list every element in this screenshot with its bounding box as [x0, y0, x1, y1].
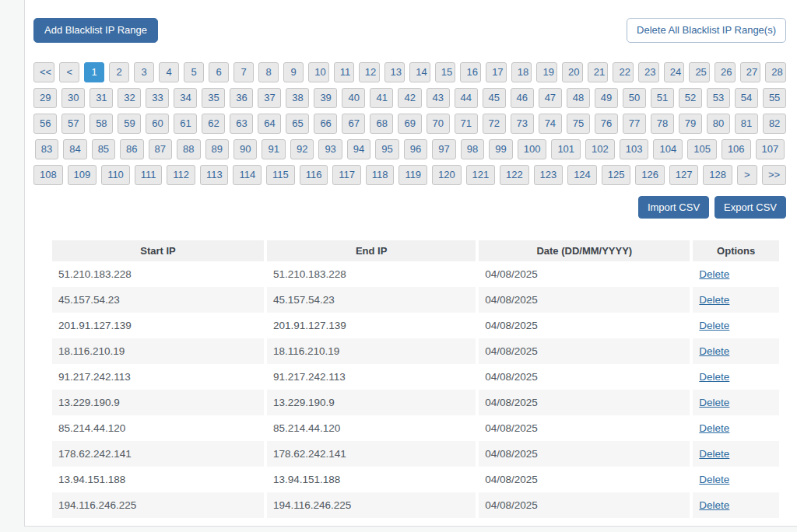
pagination-page-10[interactable]: 10: [308, 62, 329, 82]
pagination-page-115[interactable]: 115: [266, 165, 295, 185]
pagination-page-88[interactable]: 88: [177, 139, 200, 159]
pagination-page-42[interactable]: 42: [398, 88, 421, 108]
pagination-page-126[interactable]: 126: [635, 165, 665, 185]
pagination-page-84[interactable]: 84: [63, 139, 86, 159]
pagination-page-4[interactable]: 4: [159, 62, 179, 82]
pagination-page-37[interactable]: 37: [258, 88, 281, 108]
pagination-page-46[interactable]: 46: [511, 88, 534, 108]
pagination-page-34[interactable]: 34: [174, 88, 197, 108]
pagination-page-81[interactable]: 81: [735, 114, 758, 134]
pagination-page-9[interactable]: 9: [283, 62, 304, 82]
pagination-page-76[interactable]: 76: [595, 114, 618, 134]
delete-link[interactable]: Delete: [699, 448, 729, 460]
pagination-page-67[interactable]: 67: [342, 114, 365, 134]
pagination-page-14[interactable]: 14: [409, 62, 430, 82]
pagination-page-114[interactable]: 114: [233, 165, 262, 185]
pagination-page-85[interactable]: 85: [92, 139, 115, 159]
import-csv-button[interactable]: Import CSV: [638, 196, 709, 219]
pagination-page-122[interactable]: 122: [500, 165, 529, 185]
pagination-page-80[interactable]: 80: [707, 114, 730, 134]
pagination-page-99[interactable]: 99: [489, 139, 512, 159]
pagination-page-3[interactable]: 3: [134, 62, 154, 82]
pagination-page-66[interactable]: 66: [314, 114, 337, 134]
pagination-page-89[interactable]: 89: [205, 139, 229, 159]
pagination-page-72[interactable]: 72: [483, 114, 506, 134]
pagination-page-65[interactable]: 65: [286, 114, 309, 134]
pagination-page-30[interactable]: 30: [61, 88, 85, 108]
pagination-page-95[interactable]: 95: [375, 139, 398, 159]
pagination-page-124[interactable]: 124: [567, 165, 597, 185]
pagination-page-53[interactable]: 53: [707, 88, 730, 108]
pagination-page-75[interactable]: 75: [567, 114, 590, 134]
pagination-page-25[interactable]: 25: [689, 62, 710, 82]
pagination-page-52[interactable]: 52: [679, 88, 702, 108]
pagination-page-116[interactable]: 116: [300, 165, 328, 185]
pagination-page-1[interactable]: 1: [84, 62, 104, 82]
pagination-page-59[interactable]: 59: [118, 114, 141, 134]
pagination-page-111[interactable]: 111: [135, 165, 163, 185]
pagination-page-113[interactable]: 113: [200, 165, 229, 185]
pagination-page-26[interactable]: 26: [714, 62, 736, 82]
delete-link[interactable]: Delete: [699, 422, 729, 434]
pagination-page-86[interactable]: 86: [120, 139, 143, 159]
pagination-page-21[interactable]: 21: [588, 62, 609, 82]
pagination-page-93[interactable]: 93: [318, 139, 342, 159]
pagination-page-87[interactable]: 87: [149, 139, 172, 159]
pagination-page-103[interactable]: 103: [620, 139, 649, 159]
pagination-page-112[interactable]: 112: [167, 165, 195, 185]
pagination-page-106[interactable]: 106: [722, 139, 751, 159]
pagination-page-69[interactable]: 69: [398, 114, 421, 134]
pagination-page-125[interactable]: 125: [602, 165, 631, 185]
pagination-page-7[interactable]: 7: [233, 62, 254, 82]
pagination-page-110[interactable]: 110: [101, 165, 130, 185]
pagination-page-121[interactable]: 121: [466, 165, 496, 185]
pagination-page-68[interactable]: 68: [370, 114, 393, 134]
pagination-page-2[interactable]: 2: [109, 62, 129, 82]
pagination-page-49[interactable]: 49: [595, 88, 618, 108]
pagination-page-101[interactable]: 101: [551, 139, 581, 159]
pagination-page-13[interactable]: 13: [384, 62, 406, 82]
delete-link[interactable]: Delete: [699, 345, 729, 357]
pagination-page-64[interactable]: 64: [258, 114, 281, 134]
pagination-next[interactable]: >: [737, 165, 757, 185]
pagination-page-60[interactable]: 60: [146, 114, 169, 134]
pagination-page-61[interactable]: 61: [174, 114, 197, 134]
pagination-page-47[interactable]: 47: [539, 88, 562, 108]
pagination-page-63[interactable]: 63: [230, 114, 253, 134]
pagination-page-109[interactable]: 109: [68, 165, 97, 185]
pagination-page-123[interactable]: 123: [534, 165, 564, 185]
pagination-page-20[interactable]: 20: [562, 62, 583, 82]
pagination-page-28[interactable]: 28: [765, 62, 786, 82]
pagination-page-19[interactable]: 19: [536, 62, 557, 82]
pagination-page-50[interactable]: 50: [623, 88, 646, 108]
pagination-page-17[interactable]: 17: [486, 62, 507, 82]
pagination-page-15[interactable]: 15: [435, 62, 456, 82]
pagination-page-23[interactable]: 23: [638, 62, 659, 82]
pagination-page-54[interactable]: 54: [735, 88, 758, 108]
pagination-page-73[interactable]: 73: [511, 114, 534, 134]
delete-link[interactable]: Delete: [699, 320, 729, 331]
pagination-page-71[interactable]: 71: [455, 114, 478, 134]
pagination-page-74[interactable]: 74: [539, 114, 562, 134]
pagination-page-82[interactable]: 82: [763, 114, 786, 134]
pagination-page-78[interactable]: 78: [651, 114, 674, 134]
pagination-page-12[interactable]: 12: [359, 62, 380, 82]
pagination-page-127[interactable]: 127: [669, 165, 699, 185]
pagination-page-31[interactable]: 31: [90, 88, 113, 108]
pagination-page-40[interactable]: 40: [342, 88, 365, 108]
pagination-page-96[interactable]: 96: [404, 139, 427, 159]
pagination-page-39[interactable]: 39: [314, 88, 337, 108]
pagination-page-104[interactable]: 104: [653, 139, 683, 159]
pagination-page-6[interactable]: 6: [209, 62, 229, 82]
delete-link[interactable]: Delete: [699, 294, 729, 306]
pagination-page-91[interactable]: 91: [262, 139, 285, 159]
pagination-page-33[interactable]: 33: [146, 88, 169, 108]
pagination-page-22[interactable]: 22: [613, 62, 634, 82]
pagination-page-70[interactable]: 70: [427, 114, 450, 134]
pagination-page-45[interactable]: 45: [483, 88, 506, 108]
pagination-page-43[interactable]: 43: [427, 88, 450, 108]
pagination-page-128[interactable]: 128: [703, 165, 732, 185]
delete-link[interactable]: Delete: [699, 397, 729, 408]
pagination-page-92[interactable]: 92: [290, 139, 314, 159]
delete-link[interactable]: Delete: [699, 474, 729, 485]
